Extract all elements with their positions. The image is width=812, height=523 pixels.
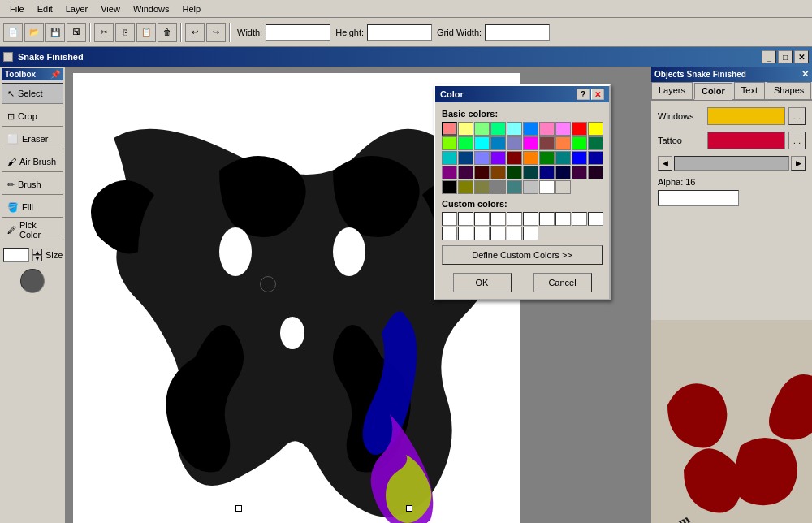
alpha-input[interactable]	[658, 190, 739, 206]
toolbox-pin[interactable]: 📌	[50, 70, 60, 79]
basic-color-cell[interactable]	[458, 180, 473, 194]
toolbar-undo[interactable]: ↩	[185, 23, 205, 42]
basic-color-cell[interactable]	[555, 180, 571, 194]
basic-color-cell[interactable]	[507, 166, 522, 179]
custom-color-cell[interactable]	[490, 212, 506, 226]
basic-color-cell[interactable]	[442, 166, 457, 179]
custom-color-cell[interactable]	[442, 212, 457, 226]
basic-color-cell[interactable]	[458, 122, 473, 136]
basic-color-cell[interactable]	[572, 166, 587, 179]
crop-tool-btn[interactable]: ⊡ Crop	[2, 106, 63, 127]
tattoo-color-btn[interactable]: …	[788, 132, 806, 149]
size-input[interactable]: 7	[3, 248, 29, 262]
basic-color-cell[interactable]	[507, 151, 522, 165]
basic-color-cell[interactable]	[523, 151, 538, 165]
basic-color-cell[interactable]	[474, 136, 490, 150]
basic-color-cell[interactable]	[588, 151, 603, 165]
tab-text[interactable]: Text	[734, 82, 765, 99]
basic-color-cell[interactable]	[507, 122, 522, 136]
tattoo-color-swatch[interactable]	[707, 132, 785, 149]
brush-tool-btn[interactable]: ✏ Brush	[2, 174, 63, 195]
objects-close-btn[interactable]: ✕	[801, 69, 809, 80]
menu-layer[interactable]: Layer	[59, 2, 95, 15]
basic-color-cell[interactable]	[490, 136, 506, 150]
custom-color-cell[interactable]	[442, 227, 457, 240]
scroll-right-arrow[interactable]: ▶	[791, 156, 806, 171]
basic-color-cell[interactable]	[490, 151, 506, 165]
airbrush-tool-btn[interactable]: 🖌 Air Brush	[2, 151, 63, 172]
basic-color-cell[interactable]	[572, 122, 587, 136]
custom-color-cell[interactable]	[555, 212, 571, 226]
basic-color-cell[interactable]	[474, 151, 490, 165]
basic-color-cell[interactable]	[458, 136, 473, 150]
custom-color-cell[interactable]	[458, 212, 473, 226]
basic-color-cell[interactable]	[442, 180, 457, 194]
custom-color-cell[interactable]	[458, 227, 473, 240]
basic-color-cell[interactable]	[523, 136, 538, 150]
menu-file[interactable]: File	[3, 2, 31, 15]
menu-help[interactable]: Help	[176, 2, 208, 15]
basic-color-cell[interactable]	[442, 122, 457, 136]
basic-color-cell[interactable]	[507, 180, 522, 194]
custom-color-cell[interactable]	[507, 227, 522, 240]
basic-color-cell[interactable]	[458, 151, 473, 165]
close-btn[interactable]: ✕	[794, 50, 809, 63]
custom-color-cell[interactable]	[474, 212, 490, 226]
basic-color-cell[interactable]	[490, 122, 506, 136]
basic-color-cell[interactable]	[539, 151, 555, 165]
custom-color-cell[interactable]	[523, 227, 538, 240]
scroll-left-arrow[interactable]: ◀	[658, 156, 672, 171]
tab-layers[interactable]: Layers	[651, 82, 693, 99]
toolbar-redo[interactable]: ↪	[206, 23, 226, 42]
toolbar-delete[interactable]: 🗑	[158, 23, 177, 42]
basic-color-cell[interactable]	[474, 180, 490, 194]
basic-color-cell[interactable]	[588, 136, 603, 150]
eraser-tool-btn[interactable]: ⬜ Eraser	[2, 128, 63, 149]
basic-color-cell[interactable]	[555, 122, 571, 136]
basic-color-cell[interactable]	[490, 180, 506, 194]
scroll-track[interactable]	[674, 156, 789, 171]
tab-shapes[interactable]: Shapes	[767, 82, 811, 99]
basic-color-cell[interactable]	[572, 151, 587, 165]
ok-btn[interactable]: OK	[453, 273, 512, 292]
width-input[interactable]	[266, 24, 330, 41]
custom-color-cell[interactable]	[490, 227, 506, 240]
grid-width-input[interactable]	[485, 24, 550, 41]
custom-color-cell[interactable]	[474, 227, 490, 240]
windows-color-swatch[interactable]	[707, 107, 785, 125]
custom-color-cell[interactable]	[523, 212, 538, 226]
basic-color-cell[interactable]	[555, 166, 571, 179]
basic-color-cell[interactable]	[523, 166, 538, 179]
pickcolor-tool-btn[interactable]: 🖉 Pick Color	[2, 219, 63, 240]
size-up-arrow[interactable]: ▲	[32, 249, 42, 255]
cancel-btn[interactable]: Cancel	[533, 273, 592, 292]
basic-color-cell[interactable]	[523, 122, 538, 136]
basic-color-cell[interactable]	[588, 166, 603, 179]
select-tool-btn[interactable]: ↖ Select	[2, 83, 63, 104]
menu-view[interactable]: View	[94, 2, 127, 15]
toolbar-cut[interactable]: ✂	[94, 23, 114, 42]
custom-color-cell[interactable]	[507, 212, 522, 226]
height-input[interactable]	[367, 24, 432, 41]
basic-color-cell[interactable]	[442, 136, 457, 150]
basic-color-cell[interactable]	[442, 151, 457, 165]
basic-color-cell[interactable]	[555, 136, 571, 150]
basic-color-cell[interactable]	[539, 166, 555, 179]
custom-color-cell[interactable]	[588, 212, 603, 226]
basic-color-cell[interactable]	[572, 136, 587, 150]
toolbar-save2[interactable]: 🖫	[67, 23, 86, 42]
basic-color-cell[interactable]	[458, 166, 473, 179]
basic-color-cell[interactable]	[474, 122, 490, 136]
dialog-help-btn[interactable]: ?	[577, 89, 590, 100]
tab-color[interactable]: Color	[694, 83, 732, 100]
windows-color-btn[interactable]: …	[788, 107, 806, 125]
basic-color-cell[interactable]	[490, 166, 506, 179]
basic-color-cell[interactable]	[539, 136, 555, 150]
basic-color-cell[interactable]	[539, 122, 555, 136]
minimize-btn[interactable]: _	[762, 50, 776, 63]
fill-tool-btn[interactable]: 🪣 Fill	[2, 197, 63, 218]
toolbar-save[interactable]: 💾	[45, 23, 65, 42]
size-down-arrow[interactable]: ▼	[32, 255, 42, 262]
custom-color-cell[interactable]	[539, 212, 555, 226]
dialog-close-btn[interactable]: ✕	[591, 89, 604, 100]
